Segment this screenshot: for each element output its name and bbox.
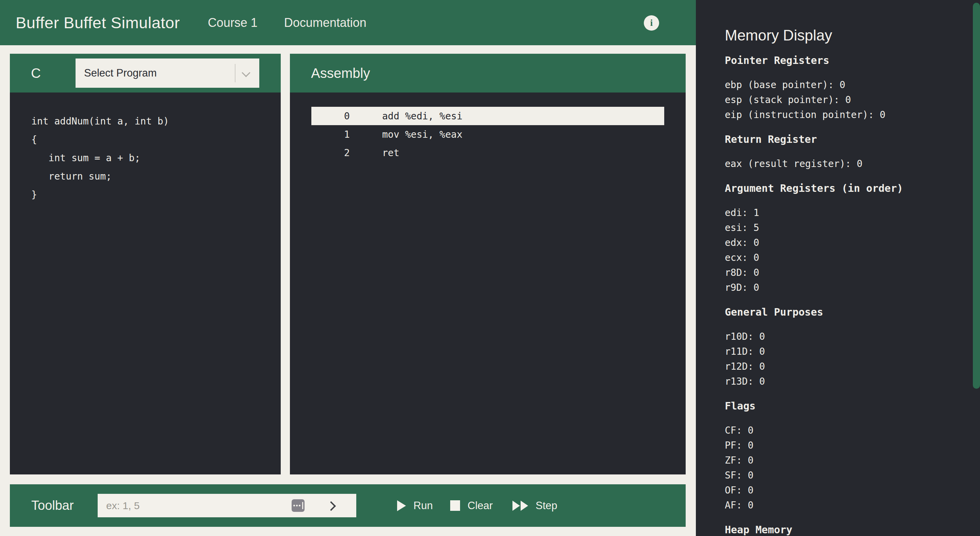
register-row: edi: 1 bbox=[725, 205, 980, 220]
assembly-panel-header: Assembly bbox=[290, 54, 686, 92]
register-row: edx: 0 bbox=[725, 235, 980, 250]
flag-row: OF: 0 bbox=[725, 483, 980, 498]
memory-display-panel: Memory Display Pointer Registers ebp (ba… bbox=[696, 0, 980, 536]
register-row: ecx: 0 bbox=[725, 250, 980, 265]
memory-display-title: Memory Display bbox=[725, 27, 980, 44]
c-code-area: int addNum(int a, int b){ int sum = a + … bbox=[10, 92, 281, 474]
fast-forward-icon bbox=[512, 501, 528, 511]
nav-course-1[interactable]: Course 1 bbox=[208, 16, 258, 30]
section-heading-pointer-registers: Pointer Registers bbox=[725, 53, 980, 68]
register-row: r8D: 0 bbox=[725, 265, 980, 280]
flag-row: PF: 0 bbox=[725, 438, 980, 453]
register-row: r10D: 0 bbox=[725, 329, 980, 344]
register-row: r11D: 0 bbox=[725, 344, 980, 359]
assembly-row-index: 1 bbox=[344, 129, 382, 140]
argument-input-wrap bbox=[98, 494, 356, 517]
flag-row: SF: 0 bbox=[725, 468, 980, 483]
c-panel: C Select Program int addNum(int a, int b… bbox=[10, 54, 281, 474]
clear-button-label: Clear bbox=[468, 500, 493, 512]
code-line: int sum = a + b; bbox=[31, 149, 281, 167]
section-heading-general-purposes: General Purposes bbox=[725, 305, 980, 320]
assembly-row-instruction: mov %esi, %eax bbox=[382, 129, 463, 140]
section-heading-heap-memory: Heap Memory bbox=[725, 522, 980, 536]
register-row: r12D: 0 bbox=[725, 359, 980, 374]
register-row: eip (instruction pointer): 0 bbox=[725, 108, 980, 122]
register-row: eax (result register): 0 bbox=[725, 157, 980, 171]
assembly-row-index: 2 bbox=[344, 147, 382, 159]
code-line: int addNum(int a, int b) bbox=[31, 112, 281, 131]
register-row: esp (stack pointer): 0 bbox=[725, 92, 980, 108]
app-title: Buffer Buffet Simulator bbox=[16, 13, 180, 32]
assembly-panel-title: Assembly bbox=[311, 66, 370, 81]
flag-row: ZF: 0 bbox=[725, 453, 980, 468]
assembly-panel: Assembly 0 add %edi, %esi 1 mov %esi, %e… bbox=[290, 54, 686, 474]
code-line: } bbox=[31, 186, 281, 204]
assembly-row-instruction: add %edi, %esi bbox=[382, 111, 463, 122]
register-row: r9D: 0 bbox=[725, 280, 980, 295]
code-line: { bbox=[31, 131, 281, 149]
nav-documentation[interactable]: Documentation bbox=[284, 16, 366, 30]
step-button[interactable]: Step bbox=[512, 484, 557, 527]
run-button[interactable]: Run bbox=[397, 484, 433, 527]
stop-square-icon bbox=[450, 500, 460, 511]
flag-row: CF: 0 bbox=[725, 423, 980, 438]
assembly-row: 2 ret bbox=[311, 144, 664, 162]
argument-input[interactable] bbox=[98, 494, 290, 517]
chevron-right-icon bbox=[326, 501, 336, 511]
submit-arguments-button[interactable] bbox=[322, 500, 339, 512]
app-header: Buffer Buffet Simulator Course 1 Documen… bbox=[0, 0, 696, 45]
scrollbar-thumb[interactable] bbox=[973, 3, 980, 389]
toolbar-title: Toolbar bbox=[31, 498, 74, 513]
assembly-list: 0 add %edi, %esi 1 mov %esi, %eax 2 ret bbox=[290, 92, 686, 474]
register-row: esi: 5 bbox=[725, 220, 980, 235]
assembly-row-current: 0 add %edi, %esi bbox=[311, 107, 664, 125]
register-row: ebp (base pointer): 0 bbox=[725, 78, 980, 92]
c-panel-header: C Select Program bbox=[10, 54, 281, 92]
section-heading-flags: Flags bbox=[725, 399, 980, 414]
run-button-label: Run bbox=[414, 500, 433, 512]
step-button-label: Step bbox=[536, 500, 557, 512]
code-line: return sum; bbox=[31, 167, 281, 186]
assembly-row: 1 mov %esi, %eax bbox=[311, 125, 664, 144]
main-nav: Course 1 Documentation bbox=[208, 16, 366, 30]
section-heading-argument-registers: Argument Registers (in order) bbox=[725, 181, 980, 196]
assembly-row-index: 0 bbox=[344, 111, 382, 122]
select-divider bbox=[235, 64, 235, 82]
info-icon[interactable]: i bbox=[644, 15, 659, 31]
program-select[interactable]: Select Program bbox=[76, 59, 259, 88]
play-icon bbox=[397, 500, 406, 511]
program-select-value: Select Program bbox=[84, 67, 157, 79]
register-row: r13D: 0 bbox=[725, 374, 980, 389]
c-code-block: int addNum(int a, int b){ int sum = a + … bbox=[10, 92, 281, 204]
c-panel-title: C bbox=[31, 66, 41, 81]
keyboard-icon bbox=[292, 499, 305, 512]
toolbar: Toolbar Run Clear Step bbox=[10, 484, 686, 527]
flag-row: AF: 0 bbox=[725, 498, 980, 513]
assembly-row-instruction: ret bbox=[382, 147, 399, 159]
clear-button[interactable]: Clear bbox=[450, 484, 493, 527]
chevron-down-icon bbox=[242, 68, 250, 77]
section-heading-return-register: Return Register bbox=[725, 132, 980, 147]
